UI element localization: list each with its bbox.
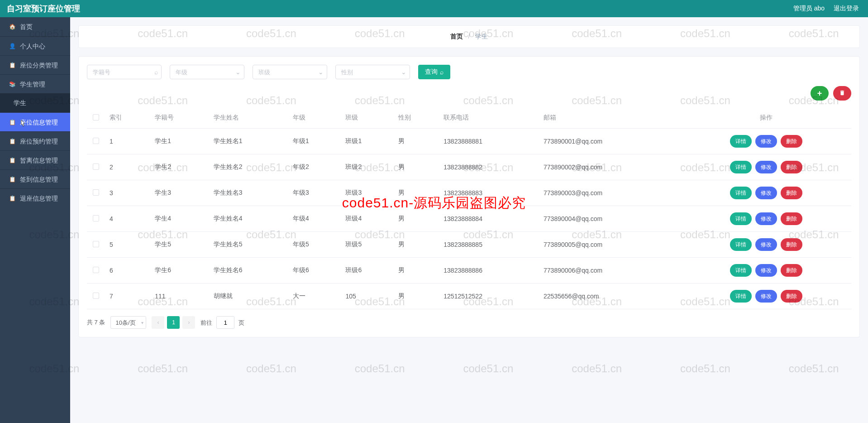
search-suffix-icon[interactable]: ⌄ [401, 68, 406, 76]
delete-button[interactable]: 删除 [781, 290, 802, 303]
search-field-1: ⌄ [170, 65, 244, 79]
row-checkbox[interactable] [93, 293, 99, 299]
search-suffix-icon[interactable]: ⌄ [318, 68, 324, 76]
cell-phone: 13823888885 [439, 232, 539, 258]
edit-button[interactable]: 修改 [755, 290, 777, 303]
cell-phone: 13823888882 [439, 154, 539, 180]
cell-index: 5 [105, 232, 150, 258]
sidebar-item-7[interactable]: 📋暂离信息管理 [0, 150, 70, 169]
select-all-checkbox[interactable] [93, 114, 99, 120]
query-button[interactable]: 查询 ⌕ [418, 65, 450, 79]
sidebar-item-6[interactable]: 📋座位预约管理 [0, 131, 70, 150]
menu-icon: 📋 [9, 176, 15, 183]
page-buttons: ‹ 1 › [152, 316, 195, 329]
sidebar-item-4[interactable]: 学生 [0, 93, 70, 112]
next-page-button[interactable]: › [182, 316, 195, 329]
search-input[interactable] [87, 65, 162, 79]
search-field-3: ⌄ [335, 65, 410, 79]
cell-sid: 学生2 [150, 154, 209, 180]
row-checkbox[interactable] [93, 189, 99, 196]
menu-icon: 📋 [9, 195, 15, 202]
detail-button[interactable]: 详情 [730, 264, 752, 277]
page-number-button[interactable]: 1 [167, 316, 180, 329]
table-row: 7111胡继就大一105男1251251252222535656@qq.com详… [87, 284, 851, 309]
detail-button[interactable]: 详情 [730, 212, 752, 225]
page-jump-input[interactable] [216, 316, 234, 329]
delete-button[interactable]: 删除 [781, 264, 802, 277]
delete-button[interactable]: 删除 [781, 212, 802, 225]
sidebar-item-label: 座位信息管理 [20, 113, 58, 132]
cell-cls: 班级1 [341, 129, 394, 154]
detail-button[interactable]: 详情 [730, 161, 752, 173]
delete-button[interactable]: 删除 [781, 135, 802, 148]
admin-label[interactable]: 管理员 abo [793, 5, 825, 13]
row-checkbox[interactable] [93, 267, 99, 273]
sidebar-item-label: 个人中心 [20, 37, 45, 56]
add-button[interactable]: + [811, 86, 829, 101]
cell-grade: 年级5 [288, 232, 341, 258]
app-title: 自习室预订座位管理 [7, 3, 80, 14]
student-table: 索引学籍号学生姓名年级班级性别联系电话邮箱操作 1学生1学生姓名1年级1班级1男… [87, 107, 851, 309]
sidebar-item-1[interactable]: 👤个人中心 [0, 36, 70, 55]
search-suffix-icon[interactable]: ⌄ [235, 68, 241, 76]
sidebar-item-label: 退座信息管理 [20, 189, 58, 208]
edit-button[interactable]: 修改 [755, 161, 777, 173]
search-input[interactable] [170, 65, 244, 79]
row-checkbox[interactable] [93, 163, 99, 170]
cell-cls: 班级6 [341, 258, 394, 284]
detail-button[interactable]: 详情 [730, 238, 752, 251]
edit-button[interactable]: 修改 [755, 187, 777, 199]
detail-button[interactable]: 详情 [730, 187, 752, 199]
sidebar-item-label: 签到信息管理 [20, 170, 58, 189]
logout-link[interactable]: 退出登录 [834, 5, 859, 13]
menu-icon: 👤 [9, 43, 15, 49]
sidebar-item-5[interactable]: 📋座位信息管理 [0, 112, 70, 131]
cell-email: 773890006@qq.com [539, 258, 681, 284]
table-row: 6学生6学生姓名6年级6班级6男13823888886773890006@qq.… [87, 258, 851, 284]
cell-gender: 男 [394, 232, 439, 258]
edit-button[interactable]: 修改 [755, 135, 777, 148]
prev-page-button[interactable]: ‹ [152, 316, 164, 329]
main-content: 首页 / 学生 ⌕⌄⌄⌄查询 ⌕ + 索引学籍号学生姓名年级班级性别联系电话邮箱… [70, 17, 868, 423]
cell-name: 胡继就 [209, 284, 288, 309]
table-header: 班级 [341, 107, 394, 129]
sidebar-item-0[interactable]: 🏠首页 [0, 17, 70, 36]
menu-icon: 📋 [9, 138, 15, 144]
cell-sid: 学生6 [150, 258, 209, 284]
row-checkbox[interactable] [93, 138, 99, 144]
cell-email: 773890001@qq.com [539, 129, 681, 154]
search-input[interactable] [253, 65, 327, 79]
bulk-delete-button[interactable] [833, 86, 851, 101]
sidebar-item-9[interactable]: 📋退座信息管理 [0, 188, 70, 207]
sidebar-item-3[interactable]: 📚学生管理 [0, 74, 70, 93]
breadcrumb-current: 学生 [475, 33, 488, 40]
trash-icon [839, 90, 845, 97]
row-checkbox[interactable] [93, 215, 99, 221]
content-card: ⌕⌄⌄⌄查询 ⌕ + 索引学籍号学生姓名年级班级性别联系电话邮箱操作 1学生1学… [78, 56, 860, 337]
detail-button[interactable]: 详情 [730, 135, 752, 148]
search-suffix-icon[interactable]: ⌕ [154, 68, 158, 76]
search-input[interactable] [335, 65, 410, 79]
sidebar-item-8[interactable]: 📋签到信息管理 [0, 169, 70, 188]
search-field-0: ⌕ [87, 65, 162, 79]
delete-button[interactable]: 删除 [781, 238, 802, 251]
page-size-select[interactable]: 10条/页 [110, 316, 146, 329]
delete-button[interactable]: 删除 [781, 187, 802, 199]
menu-icon: 📋 [9, 62, 15, 68]
cell-index: 3 [105, 180, 150, 206]
cell-cls: 班级2 [341, 154, 394, 180]
edit-button[interactable]: 修改 [755, 264, 777, 277]
cell-name: 学生姓名3 [209, 180, 288, 206]
sidebar-item-2[interactable]: 📋座位分类管理 [0, 55, 70, 74]
header-right: 管理员 abo 退出登录 [793, 5, 859, 13]
row-checkbox[interactable] [93, 241, 99, 247]
pagination-total: 共 7 条 [87, 318, 105, 327]
edit-button[interactable]: 修改 [755, 212, 777, 225]
breadcrumb-home[interactable]: 首页 [450, 33, 463, 40]
edit-button[interactable]: 修改 [755, 238, 777, 251]
cell-phone: 13823888881 [439, 129, 539, 154]
table-header: 联系电话 [439, 107, 539, 129]
cell-email: 22535656@qq.com [539, 284, 681, 309]
delete-button[interactable]: 删除 [781, 161, 802, 173]
detail-button[interactable]: 详情 [730, 290, 752, 303]
